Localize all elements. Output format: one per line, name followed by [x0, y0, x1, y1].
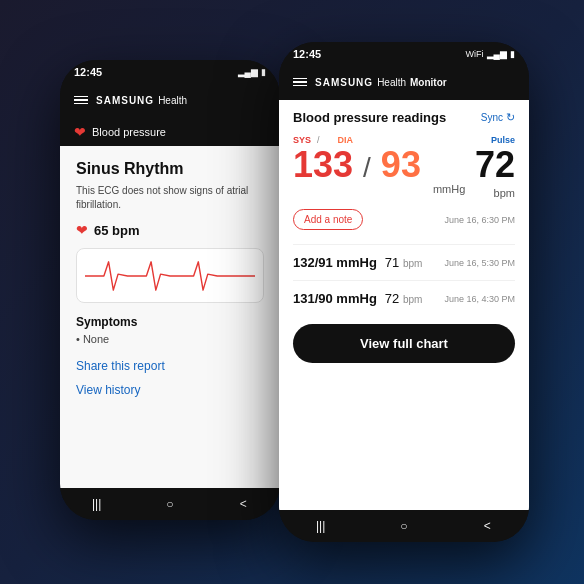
signal-icon: ▂▄▆: [238, 67, 258, 77]
reading-pulse-label-2: bpm: [403, 294, 422, 305]
phone-right: 12:45 WiFi ▂▄▆ ▮ SAMSUNG Health Monitor …: [279, 42, 529, 542]
monitor-label: Monitor: [410, 77, 447, 88]
view-history-link[interactable]: View history: [76, 383, 264, 397]
symptoms-value: • None: [76, 333, 264, 345]
right-nav-menu-btn[interactable]: |||: [306, 518, 336, 534]
sync-label: Sync: [481, 112, 503, 123]
right-bottom-nav: ||| ○ <: [279, 510, 529, 542]
add-note-row: Add a note June 16, 6:30 PM: [293, 209, 515, 230]
scene: 12:45 ▂▄▆ ▮ SAMSUNG Health ❤ Blood press…: [0, 0, 584, 584]
bullet: •: [76, 333, 83, 345]
right-content: Blood pressure readings Sync ↻ SYS / DIA…: [279, 100, 529, 510]
right-nav-back-btn[interactable]: <: [472, 518, 502, 534]
right-hamburger-menu[interactable]: [293, 78, 307, 87]
wifi-icon: WiFi: [466, 49, 484, 59]
bpm-heart-icon: ❤: [76, 222, 88, 238]
nav-back-btn[interactable]: <: [228, 496, 258, 512]
hamburger-menu[interactable]: [74, 96, 88, 105]
main-date: June 16, 6:30 PM: [444, 215, 515, 225]
bp-label: Blood pressure: [92, 126, 166, 138]
left-time: 12:45: [74, 66, 102, 78]
right-samsung-label: SAMSUNG: [315, 77, 373, 88]
reading-row-2: 131/90 mmHg 72 bpm June 16, 4:30 PM: [293, 280, 515, 316]
right-brand: SAMSUNG Health Monitor: [315, 77, 447, 88]
ecg-container: [76, 248, 264, 303]
bp-header-strip: ❤ Blood pressure: [60, 118, 280, 146]
reading-time-1: June 16, 5:30 PM: [444, 258, 515, 268]
share-report-link[interactable]: Share this report: [76, 359, 264, 373]
left-brand: SAMSUNG Health: [96, 95, 187, 106]
mmhg-unit: mmHg: [433, 183, 465, 195]
bp-readings-title: Blood pressure readings: [293, 110, 446, 125]
left-content: Sinus Rhythm This ECG does not show sign…: [60, 146, 280, 488]
main-dia: 93: [381, 147, 421, 183]
reading-pulse-label-1: bpm: [403, 258, 422, 269]
heart-icon: ❤: [74, 124, 86, 140]
bpm-value: 65 bpm: [94, 223, 140, 238]
bpm-row: ❤ 65 bpm: [76, 222, 264, 238]
view-chart-button[interactable]: View full chart: [293, 324, 515, 363]
reading-pulse-2: 72 bpm: [385, 291, 423, 306]
symptoms-none: None: [83, 333, 109, 345]
ecg-waveform: [85, 256, 255, 296]
sinus-title: Sinus Rhythm: [76, 160, 264, 178]
reading-bp-2: 131/90 mmHg: [293, 291, 377, 306]
pulse-unit: bpm: [494, 187, 515, 199]
right-time: 12:45: [293, 48, 321, 60]
left-nav-bar: SAMSUNG Health: [60, 82, 280, 118]
pulse-block: 72 bpm: [475, 147, 515, 201]
sync-icon: ↻: [506, 111, 515, 124]
bp-readings-header: Blood pressure readings Sync ↻: [293, 110, 515, 125]
right-status-bar: 12:45 WiFi ▂▄▆ ▮: [279, 42, 529, 64]
reading-pulse-1: 71 bpm: [385, 255, 423, 270]
reading-time-2: June 16, 4:30 PM: [444, 294, 515, 304]
right-nav-home-btn[interactable]: ○: [389, 518, 419, 534]
sync-button[interactable]: Sync ↻: [481, 111, 515, 124]
reading-values-2: 131/90 mmHg 72 bpm: [293, 291, 422, 306]
left-status-bar: 12:45 ▂▄▆ ▮: [60, 60, 280, 82]
main-sys: 133: [293, 147, 353, 183]
pulse-value: 72: [475, 147, 515, 183]
signal-icon-r: ▂▄▆: [487, 49, 507, 59]
left-bottom-nav: ||| ○ <: [60, 488, 280, 520]
battery-icon: ▮: [261, 67, 266, 77]
reading-values-1: 132/91 mmHg 71 bpm: [293, 255, 422, 270]
phone-left: 12:45 ▂▄▆ ▮ SAMSUNG Health ❤ Blood press…: [60, 60, 280, 520]
right-nav-bar: SAMSUNG Health Monitor: [279, 64, 529, 100]
main-reading: 133 / 93 mmHg 72 bpm: [293, 147, 515, 201]
slash: /: [363, 152, 371, 184]
sinus-desc: This ECG does not show signs of atrial f…: [76, 184, 264, 212]
left-status-icons: ▂▄▆ ▮: [238, 67, 266, 77]
reading-bp-1: 132/91 mmHg: [293, 255, 377, 270]
reading-row-1: 132/91 mmHg 71 bpm June 16, 5:30 PM: [293, 244, 515, 280]
symptoms-section: Symptoms • None: [76, 315, 264, 345]
right-status-icons: WiFi ▂▄▆ ▮: [466, 49, 515, 59]
nav-home-btn[interactable]: ○: [155, 496, 185, 512]
right-health-label: Health: [377, 77, 406, 88]
samsung-label: SAMSUNG: [96, 95, 154, 106]
add-note-button[interactable]: Add a note: [293, 209, 363, 230]
symptoms-title: Symptoms: [76, 315, 264, 329]
health-label: Health: [158, 95, 187, 106]
nav-menu-btn[interactable]: |||: [82, 496, 112, 512]
battery-icon-r: ▮: [510, 49, 515, 59]
